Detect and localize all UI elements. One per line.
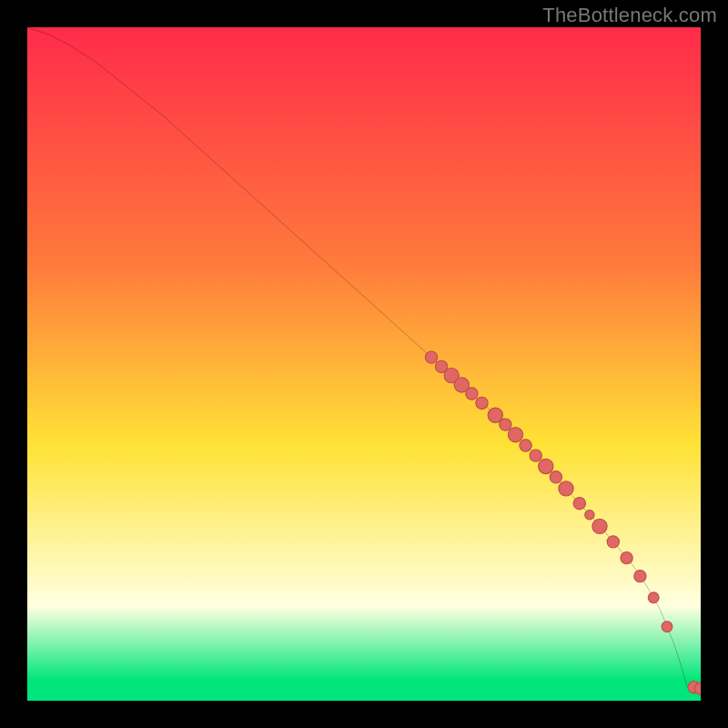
gradient-background: [27, 27, 701, 701]
chart-plot-area: [27, 27, 701, 701]
data-point: [508, 428, 522, 442]
chart-stage: TheBottleneck.com: [0, 0, 728, 728]
data-point: [585, 511, 594, 520]
data-point: [520, 440, 531, 451]
data-point: [425, 351, 437, 363]
data-point: [648, 592, 659, 603]
chart-svg: [27, 27, 701, 701]
data-point: [573, 498, 585, 510]
data-point: [476, 397, 488, 409]
data-point: [621, 551, 632, 563]
data-point: [592, 519, 607, 533]
data-point: [500, 419, 511, 430]
watermark-text: TheBottleneck.com: [542, 4, 717, 27]
data-point: [530, 450, 541, 461]
data-point: [662, 622, 672, 632]
data-point: [539, 459, 553, 473]
data-point: [466, 388, 478, 399]
data-point: [607, 536, 619, 548]
data-point: [550, 471, 561, 483]
data-point: [634, 570, 646, 581]
data-point: [559, 481, 573, 496]
